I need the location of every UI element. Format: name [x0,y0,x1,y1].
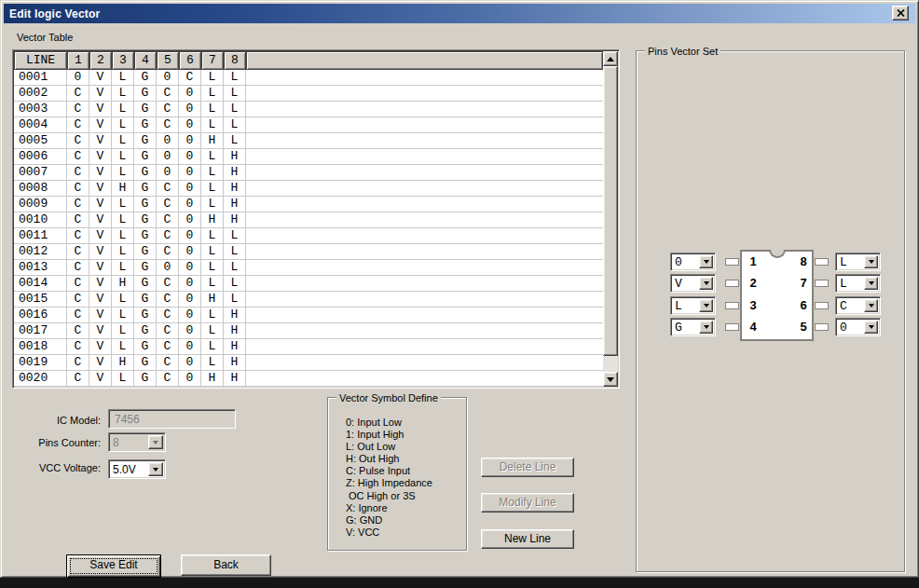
chevron-down-icon [153,441,158,444]
vector-cell: G [134,181,157,196]
save-edit-button[interactable]: Save Edit [66,554,161,578]
pin-5-dropdown-button[interactable] [864,321,878,334]
vector-cell: V [89,292,112,307]
table-row[interactable]: 00010VLG0CLL [14,70,603,86]
column-header-3[interactable]: 3 [112,51,134,70]
vector-cell: L [224,244,246,259]
back-button[interactable]: Back [181,554,271,576]
table-row[interactable]: 0018CVLGC0LH [14,339,603,355]
column-header-4[interactable]: 4 [134,51,157,70]
line-number-cell: 0002 [14,86,67,101]
scrollbar-track[interactable] [603,356,618,372]
table-row[interactable]: 0011CVLGC0LL [14,228,603,244]
scroll-up-button[interactable] [603,51,618,66]
pin-6-vector-select[interactable]: C [835,296,881,315]
close-button[interactable] [892,6,909,21]
pin-1-dropdown-button[interactable] [699,255,713,268]
column-header-6[interactable]: 6 [179,51,201,70]
vector-cell: L [201,323,224,338]
scrollbar-thumb[interactable] [603,66,618,356]
vector-cell: L [112,308,134,322]
pin-4-vector-select[interactable]: G [670,318,716,336]
table-row[interactable]: 0019CVHGC0LH [14,355,603,371]
pin-1-vector-select[interactable]: 0 [670,253,716,271]
new-line-button[interactable]: New Line [481,529,574,549]
vcc-voltage-select[interactable]: 5.0V [108,459,166,479]
table-row[interactable]: 0017CVLGC0LH [14,323,603,339]
row-filler [246,323,603,338]
vector-cell: 0 [179,197,201,212]
pin-7-lead [815,280,829,287]
table-row[interactable]: 0005CVLG00HL [14,133,603,149]
table-row[interactable]: 0006CVLG00LH [14,149,603,165]
table-row[interactable]: 0014CVHGC0LL [14,276,603,292]
table-row[interactable]: 0020CVLGC0HH [14,371,603,387]
pin-8-dropdown-button[interactable] [864,255,878,268]
vcc-voltage-dropdown-button[interactable] [148,462,163,476]
vector-table-grid[interactable]: LINE12345678 00010VLG0CLL0002CVLGC0LL000… [14,51,603,387]
scroll-down-button[interactable] [603,372,618,387]
table-row[interactable]: 0008CVHGC0LH [14,181,603,197]
table-row[interactable]: 0015CVLGC0HL [14,292,603,308]
vector-cell: V [89,228,112,243]
row-filler [246,181,603,196]
table-body[interactable]: 00010VLG0CLL0002CVLGC0LL0003CVLGC0LL0004… [14,70,603,387]
column-header-filler [246,51,603,70]
vector-cell: 0 [179,212,201,227]
chevron-down-icon [869,260,874,264]
vcc-voltage-label: VCC Voltage: [19,462,101,473]
pin-8-vector-select[interactable]: L [835,253,881,271]
vector-cell: G [134,244,157,259]
vector-cell: C [157,117,179,132]
table-row[interactable]: 0013CVLG00LL [14,260,603,276]
column-header-7[interactable]: 7 [201,51,224,70]
vector-cell: C [67,197,89,212]
line-number-cell: 0019 [14,355,67,370]
pin-4-dropdown-button[interactable] [699,321,713,334]
vector-cell: C [67,244,89,259]
symbol-define-item: Z: High Impedance [346,477,432,489]
pins-vector-set-label: Pins Vector Set [645,46,720,57]
table-row[interactable]: 0007CVLG00LH [14,165,603,181]
pin-3-dropdown-button[interactable] [699,299,713,312]
title-bar[interactable]: Edit logic Vector [4,4,915,23]
pin-3-vector-select[interactable]: L [670,296,716,315]
vector-cell: 0 [67,70,89,85]
column-header-1[interactable]: 1 [67,51,89,70]
pin-7-dropdown-button[interactable] [864,277,878,290]
vector-cell: L [112,133,134,148]
table-row[interactable]: 0009CVLGC0LH [14,197,603,212]
column-header-line[interactable]: LINE [14,51,67,70]
pin-7-vector-select[interactable]: L [835,274,881,293]
delete-line-button[interactable]: Delete Line [481,458,574,477]
ic-model-field: 7456 [108,409,236,429]
table-row[interactable]: 0003CVLGC0LL [14,102,603,117]
table-row[interactable]: 0002CVLGC0LL [14,86,603,102]
vector-cell: H [112,181,134,196]
pin-5-vector-select[interactable]: 0 [835,318,881,336]
table-row[interactable]: 0012CVLGC0LL [14,244,603,260]
pin-2-dropdown-button[interactable] [699,277,713,290]
table-row[interactable]: 0016CVLGC0LH [14,308,603,323]
row-filler [246,244,603,259]
row-filler [246,212,603,227]
ic-model-value: 7456 [115,413,140,426]
table-row[interactable]: 0010CVLGC0HH [14,212,603,228]
column-header-8[interactable]: 8 [224,51,246,70]
row-filler [246,149,603,164]
vector-cell: C [67,86,89,101]
table-row[interactable]: 0004CVLGC0LL [14,117,603,133]
table-scrollbar[interactable] [603,51,618,387]
modify-line-button[interactable]: Modify Line [481,493,574,513]
pin-6-dropdown-button[interactable] [864,299,878,312]
column-header-2[interactable]: 2 [89,51,112,70]
vector-cell: L [201,117,224,132]
vector-cell: G [134,197,157,212]
vector-cell: C [67,371,89,386]
pin-2-vector-select[interactable]: V [670,274,716,293]
line-number-cell: 0005 [14,133,67,148]
vector-cell: 0 [157,165,179,180]
vector-cell: V [89,102,112,116]
row-filler [246,355,603,370]
column-header-5[interactable]: 5 [157,51,179,70]
